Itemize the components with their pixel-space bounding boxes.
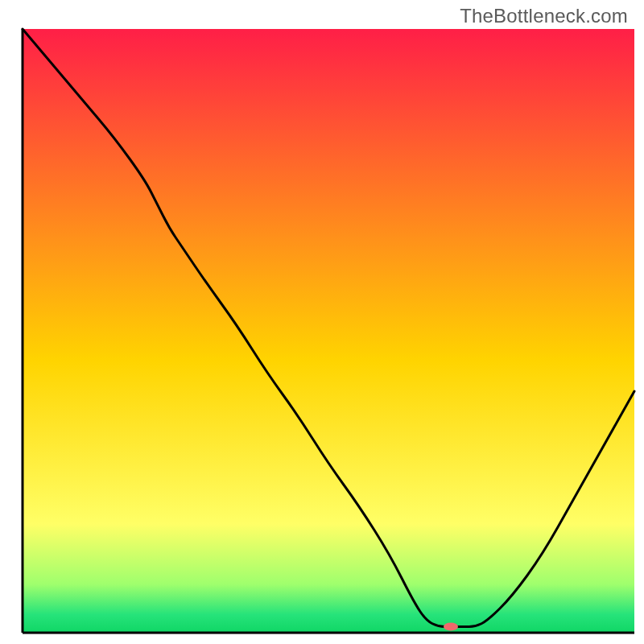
bottleneck-chart — [0, 0, 644, 644]
minimum-marker — [444, 623, 458, 631]
watermark-text: TheBottleneck.com — [460, 5, 628, 27]
plot-background — [23, 29, 634, 633]
